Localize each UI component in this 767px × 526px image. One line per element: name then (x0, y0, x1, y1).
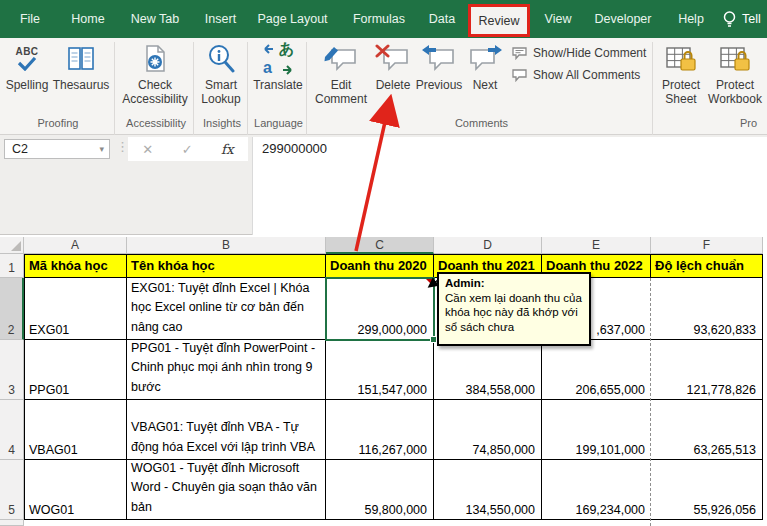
cell-d3[interactable]: 384,558,000 (434, 340, 542, 400)
cell-a4[interactable]: VBAG01 (24, 400, 127, 460)
smart-lookup-label: Smart Lookup (197, 78, 245, 106)
tab-review-active[interactable]: Review (468, 4, 530, 37)
group-separator (306, 42, 307, 150)
ribbon-tab-bar: File Home New Tab Insert Page Layout For… (0, 0, 767, 38)
cell-a1[interactable]: Mã khóa học (24, 254, 127, 278)
tab-new-tab[interactable]: New Tab (125, 0, 185, 38)
group-label-accessibility: Accessibility (119, 117, 193, 129)
row-header-5[interactable]: 5 (0, 460, 24, 520)
group-label-language: Language (251, 117, 306, 129)
translate-icon: あ a (262, 42, 294, 76)
tab-help[interactable]: Help (671, 0, 711, 38)
translate-label: Translate (253, 78, 303, 92)
cell-d5[interactable]: 134,550,000 (434, 460, 542, 520)
cell-f4[interactable]: 63,265,513 (651, 400, 763, 460)
cell-b1[interactable]: Tên khóa học (127, 254, 326, 278)
cell-b3[interactable]: PPG01 - Tuyệt đỉnh PowerPoint - Chinh ph… (127, 340, 326, 400)
row-header-1[interactable]: 1 (0, 254, 24, 278)
cell-e3[interactable]: 206,655,000 (542, 340, 651, 400)
tab-formulas[interactable]: Formulas (345, 0, 413, 38)
column-header-d[interactable]: D (434, 237, 542, 254)
previous-comment-button[interactable]: Previous (413, 42, 465, 92)
show-all-comments-icon (511, 68, 528, 82)
edit-comment-icon (323, 42, 359, 76)
smart-lookup-icon (207, 42, 235, 76)
select-all-corner[interactable] (0, 237, 24, 254)
insert-function-icon[interactable]: fx (221, 141, 234, 157)
comment-indicator-icon (426, 279, 434, 287)
delete-comment-button[interactable]: Delete (371, 42, 415, 92)
row-header-6-partial[interactable]: 6 (0, 520, 24, 526)
thesaurus-button[interactable]: Thesaurus (52, 42, 110, 92)
active-cell-selection (325, 277, 435, 341)
cell-d4[interactable]: 74,850,000 (434, 400, 542, 460)
formula-value: 299000000 (262, 141, 327, 156)
show-all-comments-button[interactable]: Show All Comments (511, 68, 640, 82)
previous-comment-label: Previous (416, 78, 463, 92)
cell-a3[interactable]: PPG01 (24, 340, 127, 400)
next-comment-icon (467, 42, 503, 76)
cancel-icon[interactable]: ✕ (142, 142, 153, 157)
translate-button[interactable]: あ a Translate (251, 42, 305, 92)
check-accessibility-button[interactable]: Check Accessibility (119, 42, 191, 106)
name-box[interactable]: C2 ▾ (4, 139, 110, 159)
show-all-comments-label: Show All Comments (533, 68, 640, 82)
edit-comment-button[interactable]: Edit Comment (311, 42, 371, 106)
check-accessibility-label: Check Accessibility (119, 78, 191, 106)
cell-e4[interactable]: 199,101,000 (542, 400, 651, 460)
cell-c5[interactable]: 59,800,000 (326, 460, 434, 520)
cell-e5[interactable]: 169,234,000 (542, 460, 651, 520)
comment-popup[interactable]: Admin: Cần xem lại doanh thu của khóa họ… (437, 272, 591, 346)
cell-b4[interactable]: VBAG01: Tuyệt đỉnh VBA - Tự động hóa Exc… (127, 400, 326, 460)
cell-b5[interactable]: WOG01 - Tuyệt đỉnh Microsoft Word - Chuy… (127, 460, 326, 520)
enter-icon[interactable]: ✓ (182, 142, 193, 157)
tab-developer[interactable]: Developer (588, 0, 658, 38)
tell-me-box[interactable]: Tell (722, 0, 761, 38)
tab-view[interactable]: View (538, 0, 578, 38)
fill-handle[interactable] (430, 336, 437, 343)
tab-home[interactable]: Home (63, 0, 113, 38)
previous-comment-icon (421, 42, 457, 76)
group-separator (193, 42, 194, 150)
show-hide-comment-icon (511, 46, 528, 60)
tell-me-label: Tell (742, 12, 761, 26)
next-comment-button[interactable]: Next (463, 42, 507, 92)
protect-workbook-label: Protect Workbook (706, 78, 764, 106)
tab-data[interactable]: Data (422, 0, 462, 38)
column-header-b[interactable]: B (127, 237, 326, 254)
cell-c4[interactable]: 116,267,000 (326, 400, 434, 460)
cell-f3[interactable]: 121,778,826 (651, 340, 763, 400)
group-separator (114, 42, 115, 150)
cell-f5[interactable]: 55,926,056 (651, 460, 763, 520)
column-header-e[interactable]: E (542, 237, 651, 254)
cell-c1[interactable]: Doanh thu 2020 (326, 254, 434, 278)
protect-sheet-button[interactable]: Protect Sheet (657, 42, 705, 106)
show-hide-comment-button[interactable]: Show/Hide Comment (511, 46, 646, 60)
row-header-3[interactable]: 3 (0, 340, 24, 400)
column-header-f[interactable]: F (651, 237, 763, 254)
cell-a2[interactable]: EXG01 (24, 278, 127, 340)
formula-bar: C2 ▾ ⋮ ✕ ✓ fx 299000000 (0, 135, 767, 235)
column-header-c-selected[interactable]: C (326, 237, 434, 254)
protect-sheet-label: Protect Sheet (657, 78, 705, 106)
tab-insert[interactable]: Insert (196, 0, 245, 38)
row-header-2-selected[interactable]: 2 (0, 278, 24, 340)
cell-b2[interactable]: EXG01: Tuyệt đỉnh Excel | Khóa học Excel… (127, 278, 326, 340)
name-box-value: C2 (12, 142, 28, 156)
group-label-proofing: Proofing (4, 117, 112, 129)
protect-workbook-icon (719, 42, 751, 76)
name-box-caret-icon[interactable]: ▾ (99, 144, 104, 154)
tab-page-layout[interactable]: Page Layout (255, 0, 330, 38)
smart-lookup-button[interactable]: Smart Lookup (197, 42, 245, 106)
cell-a5[interactable]: WOG01 (24, 460, 127, 520)
spelling-button[interactable]: ABC Spelling (4, 42, 50, 92)
cell-c3[interactable]: 151,547,000 (326, 340, 434, 400)
column-header-a[interactable]: A (24, 237, 127, 254)
check-accessibility-icon (141, 42, 169, 76)
cell-f1[interactable]: Độ lệch chuẩn (651, 254, 763, 278)
row-header-4[interactable]: 4 (0, 400, 24, 460)
protect-workbook-button[interactable]: Protect Workbook (706, 42, 764, 106)
cell-f2[interactable]: 93,620,833 (651, 278, 763, 340)
formula-input[interactable]: 299000000 (252, 137, 767, 235)
tab-file[interactable]: File (10, 0, 50, 38)
